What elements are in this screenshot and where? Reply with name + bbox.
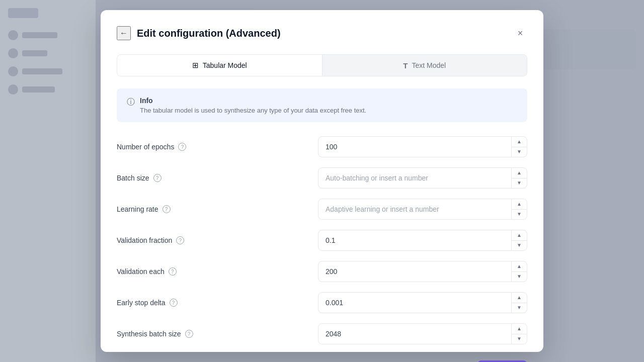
early-stop-delta-value: 0.001 (318, 299, 511, 307)
text-model-icon: T (403, 61, 408, 70)
modal-header: ← Edit configuration (Advanced) × (117, 26, 527, 40)
learning-rate-placeholder: Adaptive learning or insert a number (318, 205, 511, 213)
batch-size-placeholder: Auto-batching or insert a number (318, 174, 511, 182)
tab-tabular-model[interactable]: ⊞ Tabular Model (117, 55, 323, 76)
modal-dialog: ← Edit configuration (Advanced) × ⊞ Tabu… (101, 10, 543, 352)
spinbox-validation-fraction[interactable]: 0.1 ▲ ▼ (318, 230, 527, 251)
info-content: Info The tabular model is used to synthe… (140, 97, 366, 114)
validation-each-value: 200 (318, 267, 511, 276)
spinbox-batch-size[interactable]: Auto-batching or insert a number ▲ ▼ (318, 167, 527, 189)
synthesis-batch-size-value: 2048 (318, 330, 511, 338)
validation-fraction-decrement[interactable]: ▼ (512, 241, 527, 251)
info-icon: ⓘ (127, 97, 135, 108)
label-validation-each: Validation each (117, 267, 165, 276)
early-stop-delta-decrement[interactable]: ▼ (512, 303, 527, 313)
field-row-early-stop-delta: Early stop delta ? 0.001 ▲ ▼ (117, 292, 527, 313)
help-icon-batch-size[interactable]: ? (153, 174, 162, 182)
batch-size-controls[interactable]: ▲ ▼ (511, 168, 527, 188)
early-stop-delta-increment[interactable]: ▲ (512, 293, 527, 303)
label-batch-size: Batch size (117, 174, 149, 182)
label-validation-fraction: Validation fraction (117, 236, 172, 244)
field-row-number-of-epochs: Number of epochs ? 100 ▲ ▼ (117, 136, 527, 157)
epochs-decrement[interactable]: ▼ (512, 147, 527, 157)
tab-text-model[interactable]: T Text Model (323, 55, 527, 76)
learning-rate-increment[interactable]: ▲ (512, 199, 527, 210)
tab-text-label: Text Model (412, 61, 446, 69)
close-button[interactable]: × (513, 26, 527, 40)
help-icon-validation-fraction[interactable]: ? (176, 236, 184, 244)
spinbox-validation-each[interactable]: 200 ▲ ▼ (318, 261, 527, 282)
early-stop-delta-controls[interactable]: ▲ ▼ (511, 293, 527, 313)
spinbox-epochs[interactable]: 100 ▲ ▼ (318, 136, 527, 157)
label-synthesis-batch-size: Synthesis batch size (117, 330, 181, 338)
info-title: Info (140, 97, 366, 105)
info-description: The tabular model is used to synthesize … (140, 107, 366, 114)
modal-title: Edit configuration (Advanced) (137, 28, 507, 39)
field-row-synthesis-batch-size: Synthesis batch size ? 2048 ▲ ▼ (117, 323, 527, 344)
batch-size-increment[interactable]: ▲ (512, 168, 527, 178)
synthesis-batch-size-controls[interactable]: ▲ ▼ (511, 324, 527, 344)
help-icon-epochs[interactable]: ? (178, 143, 186, 151)
spinbox-early-stop-delta[interactable]: 0.001 ▲ ▼ (318, 292, 527, 313)
label-early-stop-delta: Early stop delta (117, 299, 166, 307)
tabular-icon: ⊞ (192, 61, 199, 70)
field-row-batch-size: Batch size ? Auto-batching or insert a n… (117, 167, 527, 189)
tab-group: ⊞ Tabular Model T Text Model (117, 54, 527, 76)
validation-fraction-increment[interactable]: ▲ (512, 230, 527, 241)
tab-tabular-label: Tabular Model (203, 61, 247, 69)
spinbox-synthesis-batch-size[interactable]: 2048 ▲ ▼ (318, 323, 527, 344)
label-number-of-epochs: Number of epochs (117, 143, 174, 151)
epochs-controls[interactable]: ▲ ▼ (511, 137, 527, 157)
field-row-learning-rate: Learning rate ? Adaptive learning or ins… (117, 199, 527, 220)
epochs-value: 100 (318, 143, 511, 151)
validation-each-increment[interactable]: ▲ (512, 261, 527, 272)
field-row-validation-each: Validation each ? 200 ▲ ▼ (117, 261, 527, 282)
learning-rate-controls[interactable]: ▲ ▼ (511, 199, 527, 219)
form-fields: Number of epochs ? 100 ▲ ▼ Batch size ? (117, 136, 527, 344)
validation-each-controls[interactable]: ▲ ▼ (511, 261, 527, 282)
batch-size-decrement[interactable]: ▼ (512, 178, 527, 189)
info-box: ⓘ Info The tabular model is used to synt… (117, 88, 527, 122)
spinbox-learning-rate[interactable]: Adaptive learning or insert a number ▲ ▼ (318, 199, 527, 220)
validation-each-decrement[interactable]: ▼ (512, 272, 527, 282)
help-icon-learning-rate[interactable]: ? (163, 205, 171, 213)
label-learning-rate: Learning rate (117, 205, 158, 213)
synthesis-batch-size-decrement[interactable]: ▼ (512, 334, 527, 344)
validation-fraction-controls[interactable]: ▲ ▼ (511, 230, 527, 250)
help-icon-synthesis-batch-size[interactable]: ? (185, 330, 193, 338)
modal-backdrop: ← Edit configuration (Advanced) × ⊞ Tabu… (0, 0, 644, 362)
field-row-validation-fraction: Validation fraction ? 0.1 ▲ ▼ (117, 230, 527, 251)
synthesis-batch-size-increment[interactable]: ▲ (512, 324, 527, 334)
epochs-increment[interactable]: ▲ (512, 137, 527, 147)
help-icon-early-stop-delta[interactable]: ? (170, 299, 178, 307)
learning-rate-decrement[interactable]: ▼ (512, 210, 527, 220)
help-icon-validation-each[interactable]: ? (169, 267, 177, 276)
back-icon-btn[interactable]: ← (117, 26, 131, 40)
validation-fraction-value: 0.1 (318, 236, 511, 244)
